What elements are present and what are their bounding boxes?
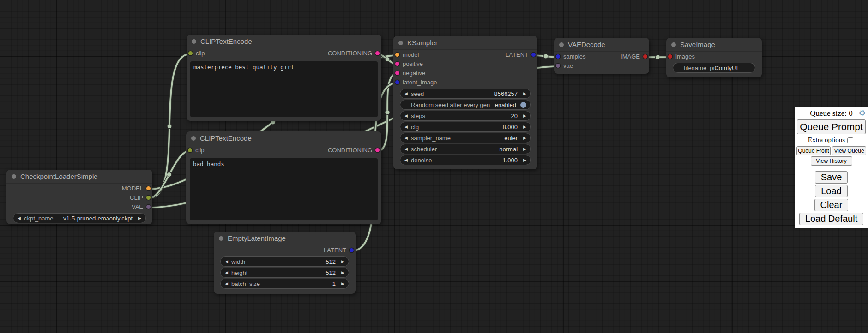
IMAGE-output-port[interactable] — [643, 54, 647, 59]
node-title-bar[interactable]: KSampler — [393, 36, 537, 50]
collapse-dot[interactable] — [12, 174, 16, 179]
widget-sampler_name[interactable]: ◀sampler_nameeuler▶ — [400, 133, 531, 143]
node-title-bar[interactable]: VAEDecode — [554, 38, 649, 52]
load-button[interactable]: Load — [815, 185, 848, 197]
node-checkpointloadersimple[interactable]: CheckpointLoaderSimpleMODELCLIPVAE◀ckpt_… — [6, 170, 152, 224]
increment-arrow-icon[interactable]: ▶ — [138, 216, 141, 220]
widget-scheduler[interactable]: ◀schedulernormal▶ — [400, 144, 531, 154]
decrement-arrow-icon[interactable]: ◀ — [225, 271, 228, 275]
collapse-dot[interactable] — [398, 41, 403, 45]
node-title-bar[interactable]: SaveImage — [666, 38, 762, 52]
slot-row: modelLATENT — [393, 50, 537, 59]
queue-menu-panel: Queue size: 0 ⚙ Queue Prompt Extra optio… — [795, 107, 868, 228]
increment-arrow-icon[interactable]: ▶ — [341, 271, 344, 275]
extra-options-checkbox[interactable] — [847, 137, 853, 143]
node-cliptextencode[interactable]: CLIPTextEncodeclipCONDITIONINGbad hands — [186, 131, 381, 224]
node-emptylatentimage[interactable]: EmptyLatentImageLATENT◀width512▶◀height5… — [214, 232, 356, 294]
clip-input-port[interactable] — [188, 148, 192, 152]
queue-front-button[interactable]: Queue Front — [796, 146, 831, 155]
toggle-knob[interactable] — [520, 102, 526, 108]
widget-width[interactable]: ◀width512▶ — [220, 256, 349, 267]
increment-arrow-icon[interactable]: ▶ — [523, 136, 526, 140]
queue-prompt-button[interactable]: Queue Prompt — [797, 119, 866, 134]
slot-rows: clipCONDITIONING — [187, 48, 381, 58]
collapse-dot[interactable] — [219, 236, 223, 241]
input-slot-label: latent_image — [403, 79, 437, 86]
node-vaedecode[interactable]: VAEDecodesamplesIMAGEvae — [554, 38, 649, 74]
collapse-dot[interactable] — [192, 39, 196, 44]
node-ksampler[interactable]: KSamplermodelLATENTpositivenegativelaten… — [393, 36, 537, 169]
save-button[interactable]: Save — [815, 171, 848, 184]
vae-input-port[interactable] — [556, 64, 560, 68]
link-midpoint-dot — [543, 54, 548, 59]
output-slot-MODEL: MODEL — [122, 185, 151, 192]
collapse-dot[interactable] — [191, 136, 196, 141]
widget-seed[interactable]: ◀seed8566257▶ — [400, 89, 531, 99]
decrement-arrow-icon[interactable]: ◀ — [404, 114, 408, 118]
widget-ckpt_name[interactable]: ◀ckpt_namev1-5-pruned-emaonly.ckpt▶ — [13, 213, 146, 223]
increment-arrow-icon[interactable]: ▶ — [341, 282, 344, 286]
widget-value: normal — [499, 146, 518, 153]
widget-filename_prefix[interactable]: filename_prefixComfyUI — [673, 63, 755, 73]
node-saveimage[interactable]: SaveImageimagesfilename_prefixComfyUI — [666, 38, 762, 77]
increment-arrow-icon[interactable]: ▶ — [341, 260, 344, 264]
node-graph-canvas[interactable]: CheckpointLoaderSimpleMODELCLIPVAE◀ckpt_… — [0, 0, 868, 333]
decrement-arrow-icon[interactable]: ◀ — [404, 158, 408, 162]
load-default-button[interactable]: Load Default — [799, 213, 863, 225]
decrement-arrow-icon[interactable]: ◀ — [225, 260, 228, 264]
widget-value: 512 — [326, 258, 336, 265]
model-input-port[interactable] — [395, 53, 399, 57]
input-slot-label: clip — [195, 147, 205, 154]
slot-row: positive — [393, 59, 537, 68]
view-queue-button[interactable]: View Queue — [832, 146, 866, 155]
increment-arrow-icon[interactable]: ▶ — [523, 158, 526, 162]
node-title-bar[interactable]: EmptyLatentImage — [214, 232, 356, 245]
prompt-textarea[interactable]: bad hands — [190, 158, 378, 220]
settings-gear-icon[interactable]: ⚙ — [859, 108, 866, 118]
decrement-arrow-icon[interactable]: ◀ — [404, 147, 408, 151]
node-title-bar[interactable]: CheckpointLoaderSimple — [6, 170, 152, 184]
input-slot-images: images — [668, 53, 695, 60]
clear-button[interactable]: Clear — [814, 199, 849, 211]
decrement-arrow-icon[interactable]: ◀ — [404, 136, 408, 140]
node-title-bar[interactable]: CLIPTextEncode — [187, 35, 381, 48]
view-history-button[interactable]: View History — [811, 156, 852, 166]
widget-denoise[interactable]: ◀denoise1.000▶ — [400, 155, 531, 165]
clip-input-port[interactable] — [188, 51, 193, 55]
increment-arrow-icon[interactable]: ▶ — [523, 92, 526, 96]
node-title-label: CLIPTextEncode — [200, 37, 252, 45]
widget-height[interactable]: ◀height512▶ — [220, 268, 349, 278]
node-cliptextencode[interactable]: CLIPTextEncodeclipCONDITIONINGmasterpiec… — [187, 35, 381, 121]
increment-arrow-icon[interactable]: ▶ — [523, 125, 526, 129]
increment-arrow-icon[interactable]: ▶ — [523, 114, 526, 118]
decrement-arrow-icon[interactable]: ◀ — [404, 125, 408, 129]
latent_image-input-port[interactable] — [395, 80, 399, 84]
images-input-port[interactable] — [668, 54, 672, 59]
CONDITIONING-output-port[interactable] — [375, 51, 380, 55]
CONDITIONING-output-port[interactable] — [375, 148, 380, 152]
widget-cfg[interactable]: ◀cfg8.000▶ — [400, 122, 531, 132]
LATENT-output-port[interactable] — [531, 53, 536, 57]
widget-batch_size[interactable]: ◀batch_size1▶ — [220, 279, 349, 289]
collapse-dot[interactable] — [559, 42, 564, 47]
negative-input-port[interactable] — [395, 71, 399, 75]
MODEL-output-port[interactable] — [146, 186, 151, 190]
samples-input-port[interactable] — [556, 54, 560, 59]
slot-row: vae — [554, 61, 649, 70]
decrement-arrow-icon[interactable]: ◀ — [404, 92, 408, 96]
decrement-arrow-icon[interactable]: ◀ — [225, 282, 228, 286]
widget-label: cfg — [411, 124, 419, 131]
increment-arrow-icon[interactable]: ▶ — [523, 147, 526, 151]
output-slot-label: MODEL — [122, 185, 143, 192]
node-title-bar[interactable]: CLIPTextEncode — [186, 131, 381, 145]
decrement-arrow-icon[interactable]: ◀ — [18, 216, 21, 220]
widget-steps[interactable]: ◀steps20▶ — [400, 111, 531, 121]
LATENT-output-port[interactable] — [350, 248, 354, 252]
widget-random-seed-after-every-gen[interactable]: Random seed after every genenabled — [400, 100, 531, 110]
output-slot-label: CLIP — [130, 194, 143, 201]
prompt-textarea[interactable]: masterpiece best quality girl — [190, 61, 378, 117]
CLIP-output-port[interactable] — [146, 196, 151, 200]
collapse-dot[interactable] — [671, 42, 676, 47]
VAE-output-port[interactable] — [146, 205, 151, 209]
positive-input-port[interactable] — [395, 62, 399, 66]
